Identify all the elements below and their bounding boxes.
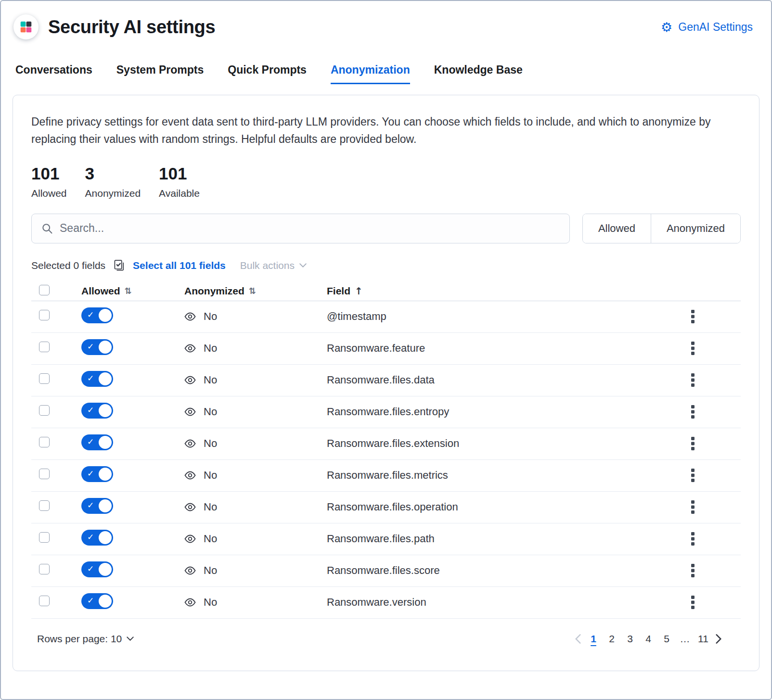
tab-bar: Conversations System Prompts Quick Promp… <box>1 64 771 84</box>
eye-icon[interactable] <box>184 343 196 354</box>
filter-allowed-button[interactable]: Allowed <box>583 214 651 243</box>
page-2[interactable]: 2 <box>606 633 618 645</box>
column-header-anonymized[interactable]: Anonymized <box>184 285 244 297</box>
allowed-toggle[interactable]: ✓ <box>81 593 113 609</box>
eye-icon[interactable] <box>184 470 196 481</box>
page-3[interactable]: 3 <box>624 633 636 645</box>
field-name: Ransomware.files.extension <box>327 437 644 450</box>
search-box <box>31 214 570 243</box>
row-actions-icon[interactable] <box>691 310 695 323</box>
check-icon: ✓ <box>87 533 94 541</box>
row-checkbox[interactable] <box>39 532 50 543</box>
row-checkbox[interactable] <box>39 596 50 606</box>
eye-icon[interactable] <box>184 406 196 418</box>
stat-anonymized: 3 Anonymized <box>85 164 141 199</box>
row-actions-icon[interactable] <box>691 342 695 355</box>
selected-count: Selected 0 fields <box>31 260 105 271</box>
stat-available-label: Available <box>159 188 200 199</box>
allowed-toggle[interactable]: ✓ <box>81 307 113 323</box>
row-actions-icon[interactable] <box>691 437 695 450</box>
select-all-checkbox[interactable] <box>39 285 50 295</box>
column-header-allowed[interactable]: Allowed <box>81 285 120 297</box>
anonymized-value: No <box>204 533 217 545</box>
bulk-actions-button[interactable]: Bulk actions <box>240 260 307 271</box>
allowed-toggle[interactable]: ✓ <box>81 561 113 577</box>
check-icon: ✓ <box>87 597 94 605</box>
sort-icon-allowed[interactable]: ⇅ <box>125 287 132 295</box>
tab-system-prompts[interactable]: System Prompts <box>116 64 204 84</box>
check-icon: ✓ <box>87 343 94 351</box>
sort-icon-anonymized[interactable]: ⇅ <box>249 287 256 295</box>
table-row: ✓ No Ransomware.feature <box>31 333 741 365</box>
allowed-toggle[interactable]: ✓ <box>81 403 113 419</box>
filter-anonymized-button[interactable]: Anonymized <box>651 214 740 243</box>
security-ai-settings-page: Security AI settings ⚙ GenAI Settings Co… <box>0 0 772 700</box>
eye-icon[interactable] <box>184 565 196 576</box>
row-checkbox[interactable] <box>39 405 50 416</box>
sort-asc-icon-field[interactable]: ↑ <box>355 286 363 296</box>
eye-icon[interactable] <box>184 374 196 386</box>
allowed-toggle[interactable]: ✓ <box>81 339 113 355</box>
search-input[interactable] <box>60 222 560 235</box>
next-page-icon[interactable] <box>716 634 721 644</box>
page-11[interactable]: 11 <box>697 633 709 645</box>
row-checkbox[interactable] <box>39 310 50 320</box>
tab-knowledge-base[interactable]: Knowledge Base <box>434 64 523 84</box>
rows-per-page-label: Rows per page: 10 <box>37 633 122 645</box>
panel-description: Define privacy settings for event data s… <box>31 114 720 148</box>
allowed-toggle[interactable]: ✓ <box>81 434 113 450</box>
pages-select-icon[interactable] <box>113 259 125 271</box>
table-row: ✓ No Ransomware.files.entropy <box>31 396 741 428</box>
row-actions-icon[interactable] <box>691 596 695 609</box>
eye-icon[interactable] <box>184 501 196 513</box>
check-icon: ✓ <box>87 311 94 319</box>
eye-icon[interactable] <box>184 311 196 322</box>
tab-quick-prompts[interactable]: Quick Prompts <box>228 64 307 84</box>
check-icon: ✓ <box>87 501 94 509</box>
stat-available: 101 Available <box>159 164 200 199</box>
allowed-toggle[interactable]: ✓ <box>81 466 113 482</box>
eye-icon[interactable] <box>184 597 196 608</box>
row-actions-icon[interactable] <box>691 532 695 546</box>
rows-per-page-button[interactable]: Rows per page: 10 <box>37 633 134 645</box>
row-actions-icon[interactable] <box>691 405 695 419</box>
toggle-knob <box>99 341 112 354</box>
row-checkbox[interactable] <box>39 469 50 479</box>
page-5[interactable]: 5 <box>661 633 672 645</box>
selection-row: Selected 0 fields Select all 101 fields … <box>31 259 741 272</box>
row-checkbox[interactable] <box>39 437 50 447</box>
row-actions-icon[interactable] <box>691 373 695 387</box>
eye-icon[interactable] <box>184 533 196 545</box>
column-header-field[interactable]: Field <box>327 285 350 297</box>
row-actions-icon[interactable] <box>691 564 695 577</box>
row-checkbox[interactable] <box>39 500 50 511</box>
check-icon: ✓ <box>87 406 94 414</box>
toggle-knob <box>99 309 112 322</box>
row-checkbox[interactable] <box>39 564 50 574</box>
select-all-link[interactable]: Select all 101 fields <box>133 260 226 271</box>
page-1[interactable]: 1 <box>588 633 599 645</box>
tab-conversations[interactable]: Conversations <box>15 64 92 84</box>
bulk-actions-label: Bulk actions <box>240 260 295 271</box>
page-4[interactable]: 4 <box>643 633 654 645</box>
table-row: ✓ No Ransomware.files.data <box>31 365 741 396</box>
genai-settings-link[interactable]: ⚙ GenAI Settings <box>661 21 753 34</box>
stat-available-value: 101 <box>159 164 200 183</box>
tab-anonymization[interactable]: Anonymization <box>331 64 410 84</box>
allowed-toggle[interactable]: ✓ <box>81 530 113 546</box>
row-actions-icon[interactable] <box>691 500 695 514</box>
field-name: Ransomware.files.entropy <box>327 406 644 418</box>
toggle-knob <box>99 404 112 417</box>
row-checkbox[interactable] <box>39 342 50 352</box>
fields-table: Allowed ⇅ Anonymized ⇅ Field ↑ ✓ No @tim… <box>31 282 741 619</box>
prev-page-icon[interactable] <box>575 634 581 644</box>
allowed-toggle[interactable]: ✓ <box>81 371 113 387</box>
check-icon: ✓ <box>87 470 94 478</box>
row-checkbox[interactable] <box>39 373 50 384</box>
search-icon <box>41 223 53 234</box>
table-header-row: Allowed ⇅ Anonymized ⇅ Field ↑ <box>31 282 741 301</box>
eye-icon[interactable] <box>184 438 196 449</box>
field-name: Ransomware.files.score <box>327 564 644 577</box>
allowed-toggle[interactable]: ✓ <box>81 498 113 514</box>
row-actions-icon[interactable] <box>691 469 695 482</box>
